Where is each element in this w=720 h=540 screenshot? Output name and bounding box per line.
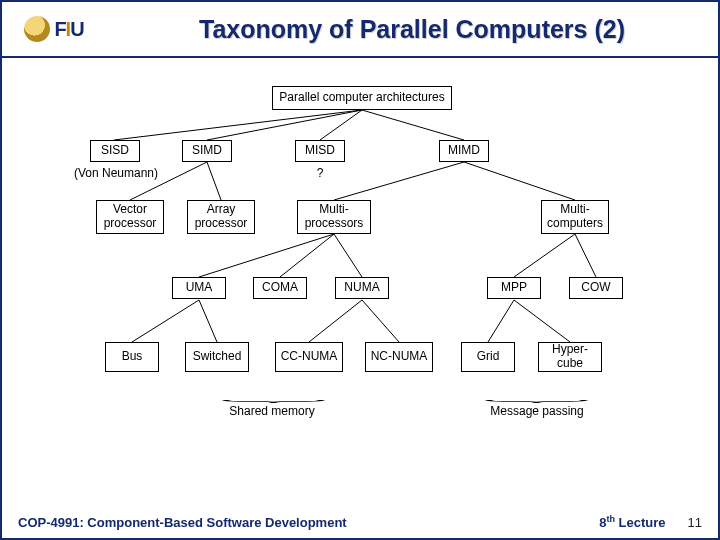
node-nc-numa: NC-NUMA	[365, 342, 433, 372]
node-array-processor: Array processor	[187, 200, 255, 234]
slide-footer: COP-4991: Component-Based Software Devel…	[2, 514, 718, 530]
node-switched: Switched	[185, 342, 249, 372]
node-root: Parallel computer architectures	[272, 86, 452, 110]
note-misd-question: ?	[312, 166, 328, 180]
node-multicomputers: Multi- computers	[541, 200, 609, 234]
node-sisd: SISD	[90, 140, 140, 162]
svg-line-15	[309, 300, 362, 342]
node-numa: NUMA	[335, 277, 389, 299]
node-multiprocessors: Multi- processors	[297, 200, 371, 234]
slide-title: Taxonomy of Parallel Computers (2)	[106, 15, 718, 44]
label-message-passing: Message passing	[472, 404, 602, 418]
node-cow: COW	[569, 277, 623, 299]
svg-line-8	[199, 234, 334, 277]
svg-line-9	[280, 234, 334, 277]
node-simd: SIMD	[182, 140, 232, 162]
svg-line-17	[488, 300, 514, 342]
node-mpp: MPP	[487, 277, 541, 299]
label-shared-memory: Shared memory	[212, 404, 332, 418]
svg-line-1	[207, 110, 362, 140]
svg-line-18	[514, 300, 570, 342]
svg-line-6	[334, 162, 464, 200]
node-hypercube: Hyper- cube	[538, 342, 602, 372]
node-grid: Grid	[461, 342, 515, 372]
crest-icon	[24, 16, 50, 42]
fiu-letter: F	[54, 18, 65, 40]
svg-line-2	[320, 110, 362, 140]
slide-frame: FIU Taxonomy of Parallel Computers (2)	[0, 0, 720, 540]
svg-line-7	[464, 162, 575, 200]
brace-message-icon: ⏟	[485, 386, 589, 404]
node-mimd: MIMD	[439, 140, 489, 162]
svg-line-10	[334, 234, 362, 277]
svg-line-3	[362, 110, 464, 140]
node-cc-numa: CC-NUMA	[275, 342, 343, 372]
node-uma: UMA	[172, 277, 226, 299]
note-von-neumann: (Von Neumann)	[68, 166, 164, 180]
title-bar: FIU Taxonomy of Parallel Computers (2)	[2, 2, 718, 58]
node-bus: Bus	[105, 342, 159, 372]
svg-line-14	[199, 300, 217, 342]
lecture-number: 8th Lecture	[599, 514, 665, 530]
fiu-wordmark: FIU	[54, 18, 83, 41]
svg-line-0	[114, 110, 362, 140]
university-logo: FIU	[2, 2, 106, 56]
node-vector-processor: Vector processor	[96, 200, 164, 234]
course-code: COP-4991: Component-Based Software Devel…	[18, 515, 347, 530]
svg-line-12	[575, 234, 596, 277]
svg-line-11	[514, 234, 575, 277]
taxonomy-diagram: Parallel computer architectures SISD SIM…	[72, 82, 652, 472]
fiu-letter: U	[70, 18, 83, 40]
svg-line-13	[132, 300, 199, 342]
svg-line-5	[207, 162, 221, 200]
node-misd: MISD	[295, 140, 345, 162]
page-number: 11	[688, 515, 702, 530]
lecture-ordinal-suffix: th	[606, 514, 615, 524]
brace-shared-icon: ⏟	[222, 386, 326, 404]
lecture-word: Lecture	[619, 515, 666, 530]
svg-line-16	[362, 300, 399, 342]
node-coma: COMA	[253, 277, 307, 299]
